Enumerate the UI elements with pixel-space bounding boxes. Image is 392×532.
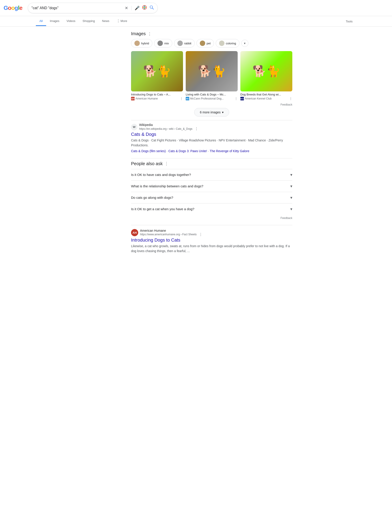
ah-url: https://www.americanhumane.org › Fact Sh… [140,233,197,236]
source-menu-0[interactable]: ⋮ [180,97,183,100]
image-caption-1: Living with Cats & Dogs – Mc... [186,93,238,96]
image-thumb-2[interactable]: 🐕🐈 [240,51,292,91]
paa-item-2[interactable]: Do cats go along with dogs? ▾ [131,192,292,203]
source-menu-2[interactable]: ⋮ [289,97,292,100]
search-icon-area: ✕ 🎤 [125,5,154,11]
paa-question-0: Is it OK to have cats and dogs together? [131,173,191,177]
paa-item-0[interactable]: Is it OK to have cats and dogs together?… [131,169,292,180]
tab-videos[interactable]: Videos [63,17,79,26]
ah-snippet: Likewise, a cat who growls, swats at, ru… [131,244,292,254]
source-icon-ah: AH [131,97,135,100]
image-chips: hybrid mix rabbit pet coloring ▾ [131,39,292,47]
chip-coloring[interactable]: coloring [216,39,239,47]
search-input[interactable] [32,6,123,10]
images-section-title: Images [131,31,146,36]
tools-button[interactable]: Tools [342,17,356,26]
wikipedia-related-links: Cats & Dogs (film series) · Cats & Dogs … [131,149,292,153]
chip-hybrid[interactable]: hybrid [131,39,152,47]
tab-all[interactable]: All [36,17,46,26]
image-card-0: 🐕🐈 Introducing Dogs to Cats – A... AH Am… [131,51,183,100]
image-thumb-1[interactable]: 🐕🐈 [186,51,238,91]
images-menu-icon[interactable]: ⋮ [148,31,152,36]
wikipedia-site-icon: W [131,124,137,130]
wikipedia-result: W Wikipedia https://en.wikipedia.org › w… [131,123,292,153]
ah-site-name: American Humane [140,229,202,232]
paa-chevron-0: ▾ [290,172,292,177]
lens-icon[interactable] [142,5,147,11]
wikipedia-url-row: https://en.wikipedia.org › wiki › Cats_&… [139,127,198,131]
divider-2 [131,158,292,158]
chip-rabbit[interactable]: rabbit [174,39,195,47]
voice-icon[interactable]: 🎤 [135,6,140,10]
source-icon-akc: AKC [240,97,244,100]
paa-item-1[interactable]: What is the relationship between cats an… [131,180,292,192]
source-icon-mc: MC [186,97,189,100]
image-grid: 🐕🐈 Introducing Dogs to Cats – A... AH Am… [131,51,292,100]
search-bar: ✕ 🎤 [28,3,158,13]
tab-images[interactable]: Images [46,17,63,26]
more-dots-icon: ⋮ [117,19,120,23]
main-content: Images ⋮ hybrid mix rabbit pet coloring … [95,27,297,264]
chip-mix[interactable]: mix [154,39,172,47]
chevron-down-icon: ▾ [244,42,246,45]
source-name-1: McCann Professional Dog... [190,97,234,100]
chip-pet-icon [200,41,205,46]
american-humane-result: AH American Humane https://www.americanh… [131,229,292,254]
paa-item-3[interactable]: Is it OK to get a cat when you have a do… [131,203,292,215]
image-card-2: 🐕🐈 Dog Breeds that Get Along wi... AKC A… [240,51,292,100]
paa-question-2: Do cats go along with dogs? [131,196,173,199]
chip-pet[interactable]: pet [196,39,214,47]
image-thumb-0[interactable]: 🐕🐈 [131,51,183,91]
nav-tabs: All Images Videos Shopping News ⋮ More T… [0,16,392,27]
ah-site-icon: AH [131,229,138,236]
images-section-header: Images ⋮ [131,31,292,36]
tab-shopping[interactable]: Shopping [79,17,98,26]
source-name-0: American Humane [135,97,179,100]
image-source-1: MC McCann Professional Dog... ⋮ [186,97,238,100]
divider-3 [131,225,292,225]
svg-rect-3 [144,5,145,9]
chip-rabbit-icon [177,41,183,46]
more-images-button-container: 6 more images ▾ [131,108,292,117]
svg-line-5 [152,8,154,9]
image-source-0: AH American Humane ⋮ [131,97,183,100]
chip-coloring-icon [219,41,224,46]
people-also-ask-section: People also ask ⋮ Is it OK to have cats … [131,161,292,220]
chevron-down-images-icon: ▾ [222,110,224,114]
ah-menu-icon[interactable]: ⋮ [199,232,202,237]
ah-title[interactable]: Introducing Dogs to Cats [131,238,180,242]
wikipedia-source-row: W Wikipedia https://en.wikipedia.org › w… [131,123,292,131]
source-menu-1[interactable]: ⋮ [234,97,238,100]
wikipedia-link-1[interactable]: Cats & Dogs 3: Paws Unite! [168,149,207,153]
paa-header: People also ask ⋮ [131,161,292,166]
search-submit-icon[interactable] [149,5,154,11]
tab-news[interactable]: News [98,17,113,26]
divider-1 [131,120,292,120]
paa-chevron-2: ▾ [290,195,292,200]
image-card-1: 🐕🐈 Living with Cats & Dogs – Mc... MC Mc… [186,51,238,100]
paa-chevron-1: ▾ [290,184,292,189]
image-caption-0: Introducing Dogs to Cats – A... [131,93,183,96]
divider-line [131,6,131,10]
wikipedia-snippet: Cats & Dogs · Cat Fight Pictures · Villa… [131,138,292,148]
ah-source-row: AH American Humane https://www.americanh… [131,229,292,237]
images-feedback: Feedback [131,103,292,106]
paa-chevron-3: ▾ [290,207,292,212]
wikipedia-url: https://en.wikipedia.org › wiki › Cats_&… [139,127,192,130]
chips-expand-button[interactable]: ▾ [241,40,248,47]
clear-icon[interactable]: ✕ [125,6,128,10]
wikipedia-link-0[interactable]: Cats & Dogs (film series) [131,149,166,153]
image-source-2: AKC American Kennel Club ⋮ [240,97,292,100]
tab-more[interactable]: ⋮ More [113,16,131,26]
wikipedia-link-2[interactable]: The Revenge of Kitty Galore [210,149,249,153]
wikipedia-title[interactable]: Cats & Dogs [131,132,156,137]
paa-question-1: What is the relationship between cats an… [131,184,203,188]
wikipedia-menu-icon[interactable]: ⋮ [195,127,198,131]
paa-menu-icon[interactable]: ⋮ [164,161,168,166]
more-images-button[interactable]: 6 more images ▾ [194,108,229,117]
chip-hybrid-icon [134,41,140,46]
ah-url-row: https://www.americanhumane.org › Fact Sh… [140,232,202,237]
wikipedia-site-name: Wikipedia [139,123,198,127]
source-name-2: American Kennel Club [245,97,288,100]
image-caption-2: Dog Breeds that Get Along wi... [240,93,292,96]
